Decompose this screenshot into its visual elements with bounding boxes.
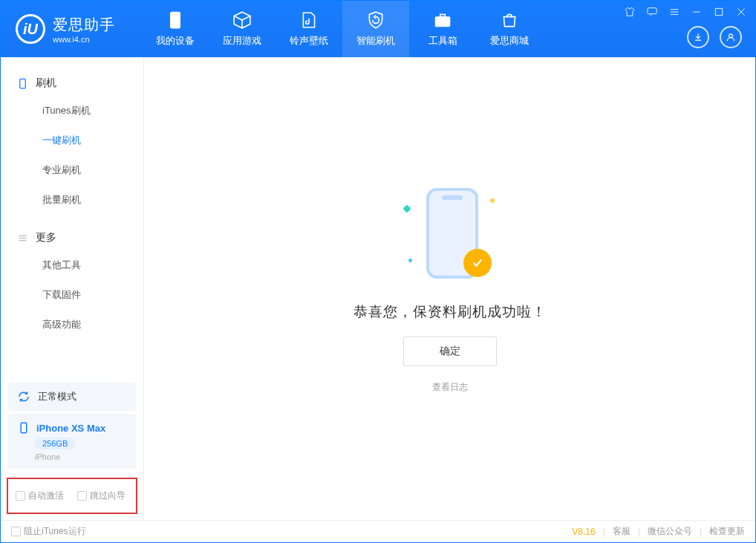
phone-small-icon [17,421,30,435]
tab-label: 铃声壁纸 [290,34,328,48]
sidebar-item-oneclick[interactable]: 一键刷机 [1,126,143,155]
logo-icon: iU [16,14,45,44]
tab-toolbox[interactable]: 工具箱 [409,1,476,57]
device-storage: 256GB [35,438,75,449]
sidebar-item-advanced[interactable]: 高级功能 [1,310,143,339]
briefcase-icon [433,10,452,30]
list-icon [17,233,28,244]
maximize-icon[interactable] [712,5,726,19]
options-row: 自动激活 跳过向导 [7,478,137,514]
logo[interactable]: iU 爱思助手 www.i4.cn [1,14,130,44]
bag-icon [500,10,519,30]
success-message: 恭喜您，保资料刷机成功啦！ [353,302,547,322]
tab-ringtones[interactable]: 铃声壁纸 [276,1,342,57]
svg-rect-3 [648,8,656,14]
tab-label: 爱思商城 [490,34,529,48]
svg-rect-8 [715,8,722,15]
sidebar-item-other[interactable]: 其他工具 [1,250,143,280]
sidebar-item-firmware[interactable]: 下载固件 [1,280,143,310]
checkmark-badge-icon [463,249,492,277]
device-mode-label: 正常模式 [38,390,76,403]
tab-label: 智能刷机 [356,34,395,48]
sidebar-group-label: 刷机 [36,77,56,90]
tab-label: 工具箱 [428,34,457,48]
skin-icon[interactable] [623,5,636,19]
tab-device[interactable]: 我的设备 [142,1,209,57]
checkbox-auto-activate[interactable]: 自动激活 [16,490,64,502]
feedback-icon[interactable] [645,5,659,19]
main-content: 恭喜您，保资料刷机成功啦！ 确定 查看日志 [144,57,755,520]
app-name: 爱思助手 [53,15,115,35]
footer: 阻止iTunes运行 V8.16 | 客服 | 微信公众号 | 检查更新 [1,520,755,542]
tab-apps[interactable]: 应用游戏 [209,1,276,57]
sidebar-group-more[interactable]: 更多 [1,225,143,250]
phone-icon [166,10,185,30]
checkbox-block-itunes[interactable]: 阻止iTunes运行 [11,525,86,538]
app-site: www.i4.cn [53,35,115,44]
cube-icon [232,10,252,30]
sidebar-item-batch[interactable]: 批量刷机 [1,185,143,215]
sidebar-group-label: 更多 [36,231,56,244]
window-controls [623,5,748,19]
tab-label: 应用游戏 [223,34,261,48]
svg-rect-0 [171,12,180,28]
sidebar-group-flash[interactable]: 刷机 [1,71,143,96]
music-file-icon [299,10,319,30]
download-button[interactable] [687,26,709,48]
tab-store[interactable]: 爱思商城 [476,1,543,57]
menu-icon[interactable] [668,5,681,19]
phone-outline-icon [17,78,28,89]
svg-rect-2 [440,14,446,16]
device-panel: 正常模式 iPhone XS Max 256GB iPhone [1,380,143,472]
svg-rect-1 [435,17,450,27]
device-name: iPhone XS Max [36,423,105,434]
device-type: iPhone [35,452,60,461]
minimize-icon[interactable] [690,5,703,19]
ok-button[interactable]: 确定 [403,336,497,366]
svg-rect-16 [21,423,27,433]
user-button[interactable] [720,26,742,48]
sidebar-item-pro[interactable]: 专业刷机 [1,155,143,185]
version-label: V8.16 [572,527,595,537]
close-icon[interactable] [734,5,748,19]
support-link[interactable]: 客服 [613,525,630,538]
sidebar: 刷机 iTunes刷机 一键刷机 专业刷机 批量刷机 更多 其他工具 下载固件 … [1,57,144,520]
view-log-link[interactable]: 查看日志 [432,381,468,394]
svg-point-11 [729,34,733,38]
svg-rect-12 [20,79,26,88]
wechat-link[interactable]: 微信公众号 [648,525,692,538]
update-link[interactable]: 检查更新 [709,525,745,538]
top-tabs: 我的设备 应用游戏 铃声壁纸 智能刷机 工具箱 爱思商城 [142,1,543,57]
refresh-shield-icon [366,10,385,30]
sidebar-item-itunes[interactable]: iTunes刷机 [1,96,143,126]
tab-flash[interactable]: 智能刷机 [342,1,409,57]
tab-label: 我的设备 [156,34,195,48]
checkbox-skip-guide[interactable]: 跳过向导 [77,490,126,502]
device-info[interactable]: iPhone XS Max 256GB iPhone [8,414,136,469]
success-illustration [391,183,509,287]
device-mode[interactable]: 正常模式 [8,383,136,411]
refresh-icon [17,390,30,403]
header: iU 爱思助手 www.i4.cn 我的设备 应用游戏 铃声壁纸 智能刷机 工具… [1,1,755,57]
header-right-actions [687,26,742,48]
